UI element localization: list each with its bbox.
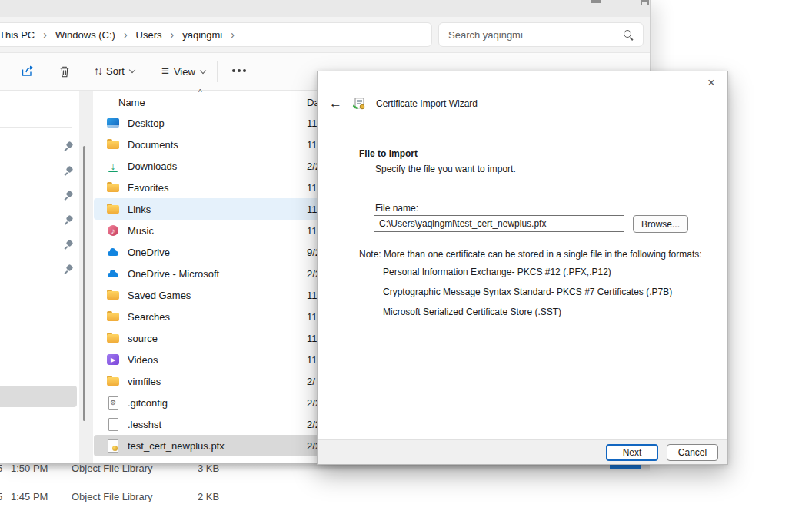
view-label: View	[174, 66, 195, 78]
file-size: 3 KB	[198, 463, 219, 474]
file-name: test_cert_newplus.pfx	[128, 440, 225, 452]
breadcrumb[interactable]: This PC › Windows (C:) › Users › yaqingm…	[0, 22, 432, 47]
cloud-icon	[106, 245, 120, 259]
chevron-down-icon	[129, 68, 135, 74]
file-date-clipped: 2/2	[307, 268, 318, 280]
screen: 5 1:45 PM Object File Library 2 KB 5 1:5…	[0, 0, 812, 514]
format-list: Personal Information Exchange- PKCS #12 …	[383, 267, 672, 327]
breadcrumb-item[interactable]: Windows (C:)	[55, 29, 115, 41]
pin-icon[interactable]	[65, 215, 74, 224]
browse-button[interactable]: Browse...	[633, 215, 688, 233]
search-input[interactable]: Search yaqingmi	[438, 22, 644, 47]
nav-divider	[0, 373, 72, 373]
background-window-rows: 5 1:45 PM Object File Library 2 KB 5 1:5…	[0, 463, 650, 514]
next-button[interactable]: Next	[606, 444, 658, 461]
file-name: .lesshst	[128, 419, 161, 430]
file-date-clipped: 11/	[307, 333, 318, 344]
view-lines-icon: ≡	[161, 64, 169, 79]
chevron-down-icon	[200, 68, 206, 75]
gear-file-icon	[106, 396, 120, 410]
file-time: 1:50 PM	[11, 463, 48, 474]
format-item: Personal Information Exchange- PKCS #12 …	[383, 267, 672, 277]
file-date-clipped: 2/	[307, 376, 318, 387]
toolbar-divider	[217, 61, 218, 82]
file-date-clipped: 11/	[307, 290, 318, 301]
file-date-clipped: 11/	[307, 204, 318, 215]
file-date-clipped: 2/2	[307, 440, 318, 452]
nav-divider	[0, 127, 72, 128]
share-icon	[20, 65, 35, 78]
sort-label: Sort	[106, 65, 125, 77]
scrollbar-thumb[interactable]	[83, 146, 85, 421]
file-name-input[interactable]	[374, 215, 624, 232]
column-header-name[interactable]: Name	[118, 97, 145, 108]
file-date-clipped: 2/2	[307, 397, 318, 409]
certificate-wizard-icon	[352, 98, 366, 110]
dialog-header: ← Certificate Import Wizard	[329, 97, 478, 110]
section-subheading: Specify the file you want to import.	[375, 164, 516, 174]
delete-button[interactable]	[58, 65, 71, 78]
folder-icon	[106, 310, 120, 323]
videos-icon	[106, 353, 120, 366]
scrollbar-track[interactable]	[79, 91, 93, 463]
search-placeholder: Search yaqingmi	[448, 29, 523, 41]
dialog-footer: Next Cancel	[318, 439, 727, 464]
pin-icon[interactable]	[65, 166, 74, 175]
file-name: OneDrive	[128, 247, 170, 258]
file-type: Object File Library	[72, 463, 152, 474]
folder-icon	[106, 288, 120, 302]
view-button[interactable]: ≡ View	[161, 64, 206, 79]
section-heading: File to Import	[359, 148, 418, 159]
certificate-import-wizard-dialog: × ← Certificate Import Wizard File to Im…	[317, 71, 728, 465]
chevron-right-icon: ›	[231, 29, 235, 40]
folder-icon	[106, 202, 120, 216]
sort-arrows-icon: ↑↓	[94, 65, 102, 77]
file-name: Saved Games	[128, 290, 191, 301]
cloud-icon	[106, 267, 120, 280]
titlebar-fragment-icon	[641, 0, 649, 5]
share-button[interactable]	[20, 65, 35, 78]
cancel-button[interactable]: Cancel	[667, 444, 718, 461]
breadcrumb-item[interactable]: yaqingmi	[182, 29, 222, 41]
search-icon	[624, 30, 634, 40]
file-name: .gitconfig	[128, 397, 168, 409]
navigation-pane-pins	[65, 141, 74, 274]
downloads-icon	[106, 159, 120, 173]
file-name: Desktop	[128, 118, 165, 129]
breadcrumb-item[interactable]: This PC	[0, 29, 35, 41]
pin-icon[interactable]	[65, 141, 74, 151]
file-name: Documents	[128, 139, 178, 151]
close-icon[interactable]: ×	[701, 75, 721, 91]
back-arrow-icon[interactable]: ←	[329, 97, 342, 110]
file-date-clipped: 11/	[307, 311, 318, 323]
nav-selected-item[interactable]	[0, 386, 77, 407]
pin-icon[interactable]	[65, 264, 74, 274]
background-selection-fragment	[610, 465, 641, 469]
sort-button[interactable]: ↑↓ Sort	[94, 65, 135, 77]
clipped-date-text: 5	[0, 463, 2, 474]
more-options-button[interactable]	[232, 69, 235, 72]
ellipsis-icon	[232, 69, 235, 72]
file-date-clipped: 2/2	[307, 419, 318, 430]
section-divider	[348, 184, 712, 184]
trash-icon	[58, 65, 71, 78]
toolbar-divider	[82, 61, 82, 82]
file-date-clipped: 11/	[307, 225, 318, 237]
folder-icon	[106, 374, 120, 388]
format-item: Microsoft Serialized Certificate Store (…	[383, 307, 672, 317]
file-date-clipped: 11/	[307, 139, 318, 151]
chevron-right-icon: ›	[171, 29, 175, 40]
folder-icon	[106, 331, 120, 345]
file-name: Videos	[128, 354, 158, 366]
pin-icon[interactable]	[65, 240, 74, 249]
titlebar-fragment-icon	[591, 0, 601, 3]
explorer-titlebar	[0, 0, 650, 17]
pin-icon[interactable]	[65, 191, 74, 200]
file-name: Downloads	[128, 161, 177, 172]
music-icon	[106, 224, 120, 237]
file-name: source	[128, 333, 158, 344]
format-item: Cryptographic Message Syntax Standard- P…	[383, 287, 672, 297]
chevron-right-icon: ›	[124, 29, 128, 40]
dialog-title: Certificate Import Wizard	[376, 98, 478, 109]
breadcrumb-item[interactable]: Users	[136, 29, 162, 41]
